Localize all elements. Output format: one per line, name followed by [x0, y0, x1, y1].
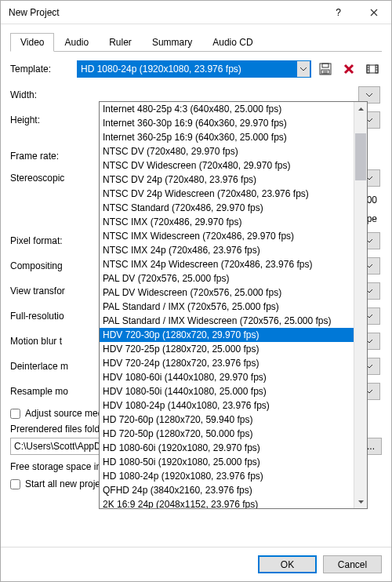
motionblur-label: Motion blur t — [10, 336, 77, 347]
cancel-button[interactable]: Cancel — [323, 555, 382, 573]
delete-template-button[interactable] — [339, 60, 358, 78]
pixelformat-label: Pixel format: — [10, 235, 77, 246]
new-project-dialog: New Project ? Video Audio Ruler Summary … — [0, 0, 392, 582]
stereoscopic-label: Stereoscopic — [10, 173, 77, 184]
template-option[interactable]: PAL DV (720x576, 25.000 fps) — [100, 271, 354, 286]
template-option[interactable]: NTSC IMX Widescreen (720x486, 29.970 fps… — [100, 229, 354, 243]
template-option[interactable]: NTSC IMX (720x486, 29.970 fps) — [100, 215, 354, 229]
titlebar: New Project ? — [1, 1, 391, 24]
viewtransform-label: View transfor — [10, 286, 77, 296]
template-option[interactable]: HDV 720-25p (1280x720, 25.000 fps) — [100, 342, 354, 356]
deinterlace-label: Deinterlace m — [10, 361, 77, 372]
template-option[interactable]: PAL DV Widescreen (720x576, 25.000 fps) — [100, 286, 354, 300]
template-option[interactable]: PAL Standard / IMX (720x576, 25.000 fps) — [100, 300, 354, 314]
template-option[interactable]: Internet 360-25p 16:9 (640x360, 25.000 f… — [100, 130, 354, 144]
template-dropdown-panel: Internet 480-25p 4:3 (640x480, 25.000 fp… — [99, 101, 368, 509]
chevron-up-icon — [358, 107, 364, 111]
template-option[interactable]: NTSC IMX 24p Widescreen (720x486, 23.976… — [100, 257, 354, 271]
template-option[interactable]: QFHD 24p (3840x2160, 23.976 fps) — [100, 483, 354, 497]
scroll-thumb[interactable] — [355, 133, 366, 180]
tabstrip: Video Audio Ruler Summary Audio CD — [10, 32, 382, 52]
tab-ruler[interactable]: Ruler — [99, 33, 142, 52]
template-dropdown-list[interactable]: Internet 480-25p 4:3 (640x480, 25.000 fp… — [100, 102, 354, 508]
template-option[interactable]: HDV 720-24p (1280x720, 23.976 fps) — [100, 356, 354, 370]
template-combo[interactable]: HD 1080-24p (1920x1080, 23.976 fps) — [77, 60, 311, 78]
template-option[interactable]: HDV 1080-24p (1440x1080, 23.976 fps) — [100, 398, 354, 413]
template-option[interactable]: HD 720-60p (1280x720, 59.940 fps) — [100, 413, 354, 427]
help-icon: ? — [336, 7, 341, 18]
resample-label: Resample mo — [10, 386, 77, 397]
framerate-label: Frame rate: — [10, 151, 77, 162]
fullres-label: Full-resolutio — [10, 311, 77, 322]
chevron-down-icon — [297, 61, 310, 77]
template-option[interactable]: HD 1080-60i (1920x1080, 29.970 fps) — [100, 441, 354, 455]
scroll-up-button[interactable] — [354, 102, 367, 115]
tab-audio[interactable]: Audio — [54, 33, 99, 52]
template-option[interactable]: NTSC Standard (720x486, 29.970 fps) — [100, 201, 354, 215]
template-option[interactable]: HD 1080-50i (1920x1080, 25.000 fps) — [100, 455, 354, 469]
template-option[interactable]: Internet 360-30p 16:9 (640x360, 29.970 f… — [100, 116, 354, 130]
template-option[interactable]: PAL Standard / IMX Widescreen (720x576, … — [100, 314, 354, 328]
dropdown-scrollbar[interactable] — [354, 102, 367, 508]
template-option[interactable]: NTSC IMX 24p (720x486, 23.976 fps) — [100, 243, 354, 257]
template-option[interactable]: NTSC DV Widescreen (720x480, 29.970 fps) — [100, 158, 354, 173]
chevron-down-icon — [358, 500, 364, 504]
template-option[interactable]: 2K 16:9 24p (2048x1152, 23.976 fps) — [100, 497, 354, 508]
dialog-footer: OK Cancel — [1, 547, 391, 581]
svg-rect-7 — [376, 65, 378, 73]
save-template-button[interactable] — [316, 60, 335, 78]
dialog-body: Video Audio Ruler Summary Audio CD Templ… — [1, 24, 391, 547]
filmstrip-icon — [366, 63, 379, 75]
scroll-down-button[interactable] — [354, 495, 367, 508]
tab-audio-cd[interactable]: Audio CD — [202, 33, 263, 52]
template-option[interactable]: NTSC DV 24p Widescreen (720x480, 23.976 … — [100, 187, 354, 201]
template-label: Template: — [10, 64, 77, 75]
width-label: Width: — [10, 89, 77, 100]
svg-rect-1 — [322, 64, 328, 67]
template-option[interactable]: HDV 720-30p (1280x720, 29.970 fps) — [100, 328, 354, 342]
tab-video[interactable]: Video — [10, 33, 54, 52]
adjust-source-checkbox[interactable] — [10, 409, 20, 419]
height-label: Height: — [10, 115, 77, 125]
template-selected-text: HD 1080-24p (1920x1080, 23.976 fps) — [81, 64, 297, 75]
template-option[interactable]: HDV 1080-50i (1440x1080, 25.000 fps) — [100, 384, 354, 398]
compositing-label: Compositing — [10, 260, 77, 271]
floppy-icon — [319, 63, 332, 75]
template-option[interactable]: NTSC DV (720x480, 29.970 fps) — [100, 144, 354, 158]
template-row: Template: HD 1080-24p (1920x1080, 23.976… — [10, 60, 382, 78]
match-media-button[interactable] — [363, 60, 382, 78]
start-all-checkbox[interactable] — [10, 479, 20, 489]
tab-summary[interactable]: Summary — [142, 33, 202, 52]
template-option[interactable]: HDV 1080-60i (1440x1080, 29.970 fps) — [100, 370, 354, 384]
template-option[interactable]: HD 1080-24p (1920x1080, 23.976 fps) — [100, 469, 354, 483]
svg-rect-6 — [367, 65, 369, 73]
ok-button[interactable]: OK — [258, 555, 317, 573]
window-title: New Project — [9, 7, 321, 18]
close-icon — [370, 9, 378, 16]
close-button[interactable] — [356, 1, 391, 24]
template-option[interactable]: HD 720-50p (1280x720, 50.000 fps) — [100, 427, 354, 441]
template-option[interactable]: Internet 480-25p 4:3 (640x480, 25.000 fp… — [100, 102, 354, 116]
delete-icon — [343, 64, 354, 75]
help-button[interactable]: ? — [321, 1, 356, 24]
template-option[interactable]: NTSC DV 24p (720x480, 23.976 fps) — [100, 173, 354, 187]
svg-rect-5 — [367, 65, 378, 73]
